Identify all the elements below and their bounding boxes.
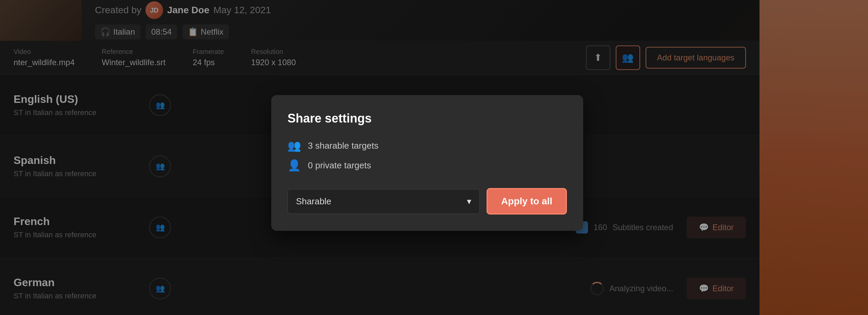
private-targets-count: 0 private targets: [308, 160, 371, 171]
share-settings-popup: Share settings 👥 3 sharable targets 👤 0 …: [271, 95, 583, 231]
sharable-dropdown[interactable]: Sharable ▾: [288, 189, 480, 214]
sharable-targets-row: 👥 3 sharable targets: [288, 139, 567, 152]
popup-actions: Sharable ▾ Apply to all: [288, 188, 567, 215]
private-targets-row: 👤 0 private targets: [288, 159, 567, 172]
dropdown-value: Sharable: [296, 196, 331, 207]
sharable-icon: 👥: [288, 139, 301, 152]
popup-stats: 👥 3 sharable targets 👤 0 private targets: [288, 139, 567, 172]
sharable-targets-count: 3 sharable targets: [308, 141, 378, 151]
private-icon: 👤: [288, 159, 301, 172]
apply-to-all-button[interactable]: Apply to all: [487, 188, 567, 215]
chevron-down-icon: ▾: [467, 196, 471, 207]
popup-title: Share settings: [288, 111, 567, 126]
